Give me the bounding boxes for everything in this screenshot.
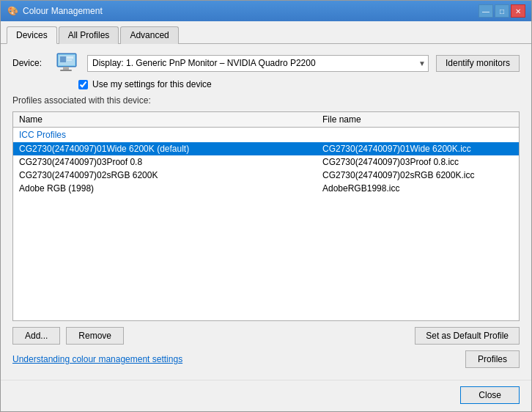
col-name-header: Name <box>19 114 322 125</box>
profile-name: CG2730(24740097)03Proof 0.8 <box>19 157 322 167</box>
device-dropdown[interactable]: Display: 1. Generic PnP Monitor – NVIDIA… <box>87 55 429 72</box>
maximize-button[interactable]: □ <box>495 4 509 18</box>
set-default-profile-button[interactable]: Set as Default Profile <box>415 327 520 345</box>
colour-management-window: 🎨 Colour Management — □ ✕ Devices All Pr… <box>0 0 532 412</box>
checkbox-row: Use my settings for this device <box>12 79 520 89</box>
svg-rect-3 <box>60 70 72 71</box>
profile-filename: CG2730(24740097)03Proof 0.8.icc <box>322 157 513 167</box>
identify-monitors-button[interactable]: Identify monitors <box>436 55 520 72</box>
table-body: ICC Profiles CG2730(24740097)01Wide 6200… <box>13 128 519 195</box>
title-bar: 🎨 Colour Management — □ ✕ <box>1 1 531 21</box>
tab-advanced[interactable]: Advanced <box>120 26 178 44</box>
svg-rect-7 <box>67 59 72 61</box>
understanding-link[interactable]: Understanding colour management settings <box>12 354 182 364</box>
profile-filename: CG2730(24740097)01Wide 6200K.icc <box>322 144 513 154</box>
profile-name: Adobe RGB (1998) <box>19 183 322 194</box>
table-header: Name File name <box>13 112 519 128</box>
tab-bar: Devices All Profiles Advanced <box>1 21 531 44</box>
window-icon: 🎨 <box>7 5 18 17</box>
bottom-row: Understanding colour management settings… <box>12 350 520 371</box>
profile-name: CG2730(24740097)01Wide 6200K (default) <box>19 144 322 154</box>
table-row[interactable]: CG2730(24740097)01Wide 6200K (default) C… <box>13 142 519 155</box>
svg-rect-6 <box>67 56 73 59</box>
add-button[interactable]: Add... <box>12 327 60 345</box>
device-label: Device: <box>12 58 49 68</box>
footer-row: Close <box>1 380 531 411</box>
svg-rect-5 <box>60 56 66 62</box>
main-content: Device: Display: 1. Generic PnP Monitor … <box>1 44 531 380</box>
monitor-icon <box>56 53 80 73</box>
profile-filename: CG2730(24740097)02sRGB 6200K.icc <box>322 170 513 180</box>
profiles-button[interactable]: Profiles <box>465 350 520 368</box>
table-row[interactable]: CG2730(24740097)02sRGB 6200K CG2730(2474… <box>13 169 519 182</box>
profile-filename: AdobeRGB1998.icc <box>322 183 513 194</box>
profiles-table: Name File name ICC Profiles CG2730(24740… <box>12 111 520 321</box>
tab-devices[interactable]: Devices <box>7 26 57 44</box>
svg-rect-2 <box>63 67 69 70</box>
icc-profiles-group-label: ICC Profiles <box>13 128 519 142</box>
tab-all-profiles[interactable]: All Profiles <box>59 26 119 44</box>
close-button[interactable]: Close <box>460 386 520 404</box>
profiles-heading: Profiles associated with this device: <box>12 95 520 106</box>
col-filename-header: File name <box>322 114 513 125</box>
profile-name: CG2730(24740097)02sRGB 6200K <box>19 170 322 180</box>
table-row[interactable]: CG2730(24740097)03Proof 0.8 CG2730(24740… <box>13 155 519 169</box>
action-row: Add... Remove Set as Default Profile <box>12 327 520 345</box>
use-my-settings-label: Use my settings for this device <box>92 79 212 89</box>
window-close-button[interactable]: ✕ <box>511 4 525 18</box>
use-my-settings-checkbox[interactable] <box>78 80 88 89</box>
minimize-button[interactable]: — <box>479 4 493 18</box>
device-row: Device: Display: 1. Generic PnP Monitor … <box>12 53 520 73</box>
device-dropdown-container: Display: 1. Generic PnP Monitor – NVIDIA… <box>87 55 429 72</box>
remove-button[interactable]: Remove <box>66 327 124 345</box>
window-title: Colour Management <box>23 6 479 16</box>
table-row[interactable]: Adobe RGB (1998) AdobeRGB1998.icc <box>13 182 519 195</box>
title-bar-buttons: — □ ✕ <box>479 4 525 18</box>
